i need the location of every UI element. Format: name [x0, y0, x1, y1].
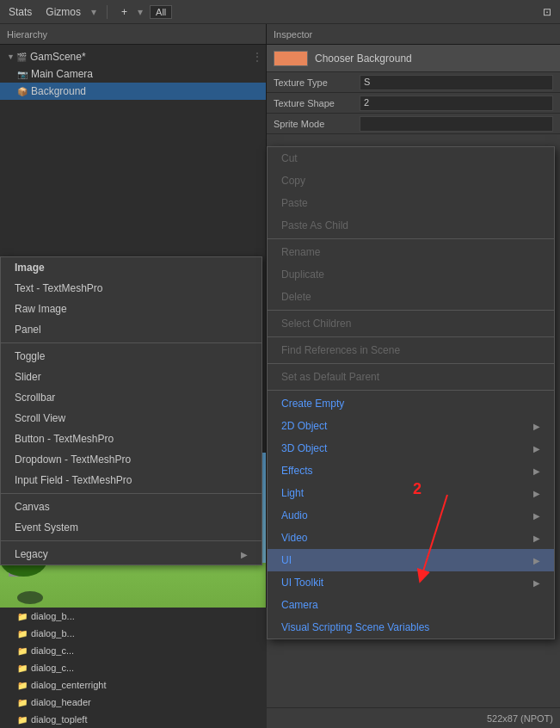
ctx-toggle[interactable]: Toggle	[1, 346, 262, 367]
find-references-label: Find References in Scene	[281, 344, 400, 356]
chooser-bar: Chooser Background	[267, 45, 560, 72]
left-panel: Hierarchy ▼ 🎬 GamScene* ⋮ 📷 Main Camera …	[0, 24, 267, 728]
sprite-mode-field: Sprite Mode	[267, 114, 560, 134]
divider-r1	[268, 238, 554, 239]
stats-button[interactable]: Stats	[5, 4, 35, 20]
ui-toolkit-arrow: ▶	[533, 578, 540, 588]
legacy-arrow: ▶	[241, 550, 248, 559]
context-menu-right: Cut Copy Paste Paste As Child Rename Dup…	[267, 146, 555, 639]
ctx-rename: Rename	[268, 241, 554, 263]
ctx-visual-scripting[interactable]: Visual Scripting Scene Variables	[268, 616, 554, 639]
ctx-2d-object[interactable]: 2D Object ▶	[268, 415, 554, 437]
status-bar: 522x87 (NPOT)	[267, 707, 560, 728]
ctx-camera[interactable]: Camera	[268, 594, 554, 616]
ctx-legacy[interactable]: Legacy ▶	[1, 544, 262, 565]
ctx-dropdown-mesh[interactable]: Dropdown - TextMeshPro	[1, 449, 262, 470]
inspector-header: Inspector	[267, 24, 560, 45]
ctx-audio[interactable]: Audio ▶	[268, 504, 554, 527]
ui-arrow: ▶	[533, 556, 540, 565]
expand-arrow: ▼	[7, 52, 15, 61]
copy-label: Copy	[281, 175, 305, 187]
tree-gamscene[interactable]: ▼ 🎬 GamScene* ⋮	[0, 48, 266, 65]
2d-object-label: 2D Object	[281, 420, 327, 432]
ctx-duplicate: Duplicate	[268, 263, 554, 286]
ctx-panel[interactable]: Panel	[1, 319, 262, 340]
light-label: Light	[281, 487, 304, 499]
color-swatch[interactable]	[274, 51, 308, 66]
ctx-slider[interactable]: Slider	[1, 367, 262, 387]
3d-object-label: 3D Object	[281, 442, 327, 454]
ctx-text-mesh[interactable]: Text - TextMeshPro	[1, 278, 262, 299]
legacy-label: Legacy	[15, 548, 48, 560]
visual-scripting-label: Visual Scripting Scene Variables	[281, 621, 429, 633]
add-button[interactable]: +	[118, 4, 131, 20]
ctx-input-field-mesh[interactable]: Input Field - TextMeshPro	[1, 470, 262, 490]
tree-main-camera[interactable]: 📷 Main Camera	[0, 65, 266, 83]
ctx-paste-as-child: Paste As Child	[268, 214, 554, 237]
search-all: All	[150, 5, 172, 19]
maximize-button[interactable]: ⊡	[539, 4, 555, 20]
chooser-label: Chooser Background	[315, 52, 412, 65]
ctx-raw-image[interactable]: Raw Image	[1, 299, 262, 319]
kebab-menu[interactable]: ⋮	[252, 51, 262, 63]
duplicate-label: Duplicate	[281, 268, 324, 281]
create-empty-label: Create Empty	[281, 398, 344, 410]
ctx-3d-object[interactable]: 3D Object ▶	[268, 437, 554, 460]
file-item-topleft[interactable]: 📁dialog_topleft	[0, 711, 267, 728]
file-item-4[interactable]: 📁dialog_c...	[0, 659, 267, 676]
file-item-2[interactable]: 📁dialog_b...	[0, 625, 267, 642]
divider-2	[1, 493, 262, 494]
inspector-title: Inspector	[274, 29, 312, 40]
paste-label: Paste	[281, 197, 308, 209]
divider-r2	[268, 310, 554, 311]
divider-r4	[268, 363, 554, 364]
texture-shape-value[interactable]: 2	[360, 96, 553, 111]
file-item-1[interactable]: 📁dialog_b...	[0, 608, 267, 625]
tree-background[interactable]: 📦 Background	[0, 83, 266, 100]
camera-label: Camera	[281, 599, 318, 611]
hierarchy-title: Hierarchy	[7, 29, 47, 40]
ctx-scrollbar[interactable]: Scrollbar	[1, 387, 262, 408]
file-list: 📁dialog_b... 📁dialog_b... 📁dialog_c... 📁…	[0, 608, 267, 728]
ctx-paste: Paste	[268, 192, 554, 214]
ctx-copy: Copy	[268, 170, 554, 192]
divider-r5	[268, 390, 554, 391]
video-label: Video	[281, 532, 307, 544]
ctx-image[interactable]: Image	[1, 257, 262, 278]
scene-icon: 🎬	[16, 52, 27, 62]
sprite-mode-value[interactable]	[360, 116, 553, 132]
ctx-find-references: Find References in Scene	[268, 339, 554, 361]
object-icon: 📦	[17, 87, 28, 96]
divider-r3	[268, 336, 554, 337]
hierarchy-header: Hierarchy	[0, 24, 266, 45]
sprite-mode-label: Sprite Mode	[274, 119, 360, 129]
ctx-light[interactable]: Light ▶	[268, 482, 554, 504]
main-camera-label: Main Camera	[31, 68, 93, 80]
ctx-ui-toolkit[interactable]: UI Toolkit ▶	[268, 571, 554, 594]
gizmos-button[interactable]: Gizmos	[42, 4, 84, 20]
status-label: 522x87 (NPOT)	[487, 713, 553, 724]
ctx-button-mesh[interactable]: Button - TextMeshPro	[1, 429, 262, 449]
ui-label: UI	[281, 554, 292, 566]
texture-shape-label: Texture Shape	[274, 98, 360, 108]
file-item-centerright[interactable]: 📁dialog_centerright	[0, 676, 267, 694]
ui-toolkit-label: UI Toolkit	[281, 577, 323, 589]
ctx-effects[interactable]: Effects ▶	[268, 460, 554, 482]
ctx-set-default-parent: Set as Default Parent	[268, 366, 554, 388]
ctx-video[interactable]: Video ▶	[268, 527, 554, 549]
file-item-header[interactable]: 📁dialog_header	[0, 694, 267, 711]
ctx-create-empty[interactable]: Create Empty	[268, 392, 554, 415]
texture-shape-field: Texture Shape 2	[267, 93, 560, 114]
ctx-ui[interactable]: UI ▶	[268, 549, 554, 571]
ctx-event-system[interactable]: Event System	[1, 517, 262, 538]
divider-1	[1, 342, 262, 343]
light-arrow: ▶	[533, 489, 540, 498]
ctx-canvas[interactable]: Canvas	[1, 497, 262, 517]
file-item-3[interactable]: 📁dialog_c...	[0, 642, 267, 659]
camera-icon: 📷	[17, 70, 28, 79]
texture-type-value[interactable]: S	[360, 75, 553, 90]
effects-label: Effects	[281, 465, 312, 477]
video-arrow: ▶	[533, 534, 540, 543]
ctx-scroll-view[interactable]: Scroll View	[1, 408, 262, 429]
paste-as-child-label: Paste As Child	[281, 219, 348, 231]
